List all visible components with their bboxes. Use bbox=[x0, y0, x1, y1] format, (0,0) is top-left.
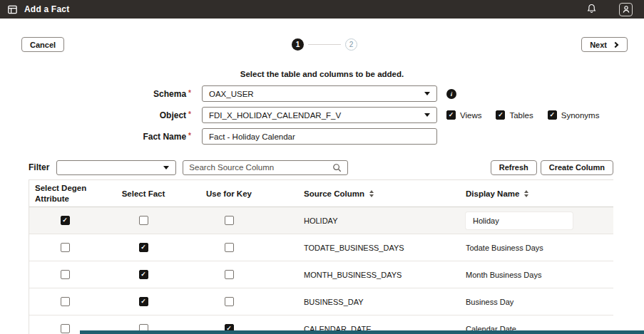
key-checkbox[interactable] bbox=[225, 216, 234, 225]
schema-info-icon[interactable]: i bbox=[446, 89, 456, 99]
table-toolbar: Filter Refresh Create Column bbox=[29, 160, 613, 175]
required-marker: * bbox=[188, 89, 191, 97]
degen-checkbox[interactable] bbox=[61, 297, 70, 306]
fact-checkbox[interactable] bbox=[139, 243, 148, 252]
fact-name-label: Fact Name* bbox=[0, 132, 191, 142]
wizard-actions: Cancel 1 2 Next bbox=[21, 37, 628, 53]
schema-select[interactable]: OAX_USER bbox=[202, 85, 437, 102]
filter-label: Filter bbox=[29, 162, 49, 172]
schema-row: Schema* OAX_USER i bbox=[0, 85, 644, 102]
tables-checkbox-item[interactable]: Tables bbox=[496, 110, 533, 120]
object-select[interactable]: FDI_X_HOLIDAY_CALENDAR_F_V bbox=[202, 107, 437, 123]
table-row: MONTH_BUSINESS_DAYS Month Business Days bbox=[29, 261, 613, 288]
fact-checkbox[interactable] bbox=[139, 216, 148, 225]
display-name-cell[interactable]: Todate Business Days bbox=[446, 244, 613, 252]
filter-select[interactable] bbox=[56, 160, 176, 175]
chevron-down-icon bbox=[424, 92, 430, 95]
object-type-filters: Views Tables Synonyms bbox=[446, 110, 599, 120]
schema-select-value: OAX_USER bbox=[209, 90, 254, 98]
header-select-degen: Select Degen Attribute bbox=[29, 183, 101, 204]
required-marker: * bbox=[188, 132, 191, 140]
user-avatar-icon[interactable] bbox=[619, 3, 633, 16]
synonyms-checkbox-item[interactable]: Synonyms bbox=[548, 110, 600, 120]
chevron-down-icon bbox=[163, 166, 169, 169]
key-checkbox[interactable] bbox=[225, 243, 234, 252]
object-row: Object* FDI_X_HOLIDAY_CALENDAR_F_V Views… bbox=[0, 107, 644, 123]
header-source-column[interactable]: Source Column bbox=[272, 189, 446, 198]
create-column-button[interactable]: Create Column bbox=[541, 160, 613, 175]
degen-checkbox[interactable] bbox=[61, 243, 70, 252]
step-1-indicator[interactable]: 1 bbox=[292, 38, 304, 51]
source-column-cell: BUSINESS_DAY bbox=[272, 298, 446, 306]
key-checkbox[interactable] bbox=[225, 297, 234, 306]
degen-checkbox[interactable] bbox=[61, 324, 70, 333]
add-fact-page: Add a Fact Cancel 1 2 Next Select the ta… bbox=[0, 0, 644, 334]
fact-checkbox[interactable] bbox=[139, 297, 148, 306]
tables-label: Tables bbox=[509, 111, 533, 120]
step-2-indicator[interactable]: 2 bbox=[345, 38, 357, 51]
object-label: Object* bbox=[0, 110, 191, 120]
views-label: Views bbox=[460, 111, 481, 120]
display-name-cell[interactable]: Business Day bbox=[446, 298, 613, 306]
fact-name-row: Fact Name* bbox=[0, 128, 644, 145]
table-header-row: Select Degen Attribute Select Fact Use f… bbox=[29, 179, 613, 207]
required-marker: * bbox=[188, 110, 191, 118]
source-columns-table: Select Degen Attribute Select Fact Use f… bbox=[29, 179, 613, 334]
search-icon bbox=[332, 163, 342, 172]
display-name-cell[interactable]: Month Business Days bbox=[446, 271, 613, 279]
fact-name-input[interactable] bbox=[209, 132, 430, 141]
chevron-down-icon bbox=[424, 113, 430, 117]
wizard-stepper: 1 2 bbox=[292, 38, 357, 51]
header-display-name[interactable]: Display Name bbox=[446, 189, 613, 198]
page-title: Add a Fact bbox=[24, 4, 69, 14]
fact-checkbox[interactable] bbox=[139, 270, 148, 279]
refresh-button[interactable]: Refresh bbox=[491, 160, 537, 175]
fact-table-icon bbox=[7, 4, 18, 15]
search-box bbox=[183, 160, 348, 175]
table-row: BUSINESS_DAY Business Day bbox=[29, 288, 613, 315]
source-column-cell: TODATE_BUSINESS_DAYS bbox=[272, 244, 446, 252]
degen-checkbox[interactable] bbox=[61, 216, 70, 225]
sort-icon[interactable] bbox=[369, 190, 374, 197]
sort-icon[interactable] bbox=[524, 190, 528, 197]
app-header: Add a Fact bbox=[0, 0, 644, 19]
search-source-column-input[interactable] bbox=[189, 163, 332, 172]
stepper-connector bbox=[308, 44, 341, 45]
synonyms-label: Synonyms bbox=[561, 111, 600, 120]
views-checkbox-item[interactable]: Views bbox=[446, 110, 481, 120]
views-checkbox[interactable] bbox=[446, 110, 456, 120]
object-select-value: FDI_X_HOLIDAY_CALENDAR_F_V bbox=[209, 111, 341, 120]
fact-form: Schema* OAX_USER i Object* FDI_X_HOLIDAY… bbox=[0, 85, 644, 150]
notifications-bell-icon[interactable] bbox=[586, 3, 598, 16]
chevron-right-icon bbox=[613, 41, 618, 47]
tables-checkbox[interactable] bbox=[496, 110, 505, 120]
header-select-fact: Select Fact bbox=[101, 189, 186, 198]
source-column-cell: HOLIDAY bbox=[272, 216, 446, 225]
source-column-cell: MONTH_BUSINESS_DAYS bbox=[272, 271, 446, 279]
bottom-accent-bar bbox=[80, 330, 644, 334]
table-row: TODATE_BUSINESS_DAYS Todate Business Day… bbox=[29, 234, 613, 261]
fact-name-field-wrap bbox=[202, 128, 437, 145]
schema-label: Schema* bbox=[0, 89, 191, 99]
table-row: HOLIDAY Holiday bbox=[29, 207, 613, 234]
display-name-cell[interactable]: Holiday bbox=[446, 212, 613, 229]
degen-checkbox[interactable] bbox=[61, 270, 70, 279]
next-button[interactable]: Next bbox=[581, 37, 628, 52]
synonyms-checkbox[interactable] bbox=[548, 110, 557, 120]
header-use-for-key: Use for Key bbox=[186, 189, 272, 198]
cancel-button[interactable]: Cancel bbox=[21, 37, 64, 52]
key-checkbox[interactable] bbox=[225, 270, 234, 279]
instruction-text: Select the table and columns to be added… bbox=[0, 70, 644, 78]
